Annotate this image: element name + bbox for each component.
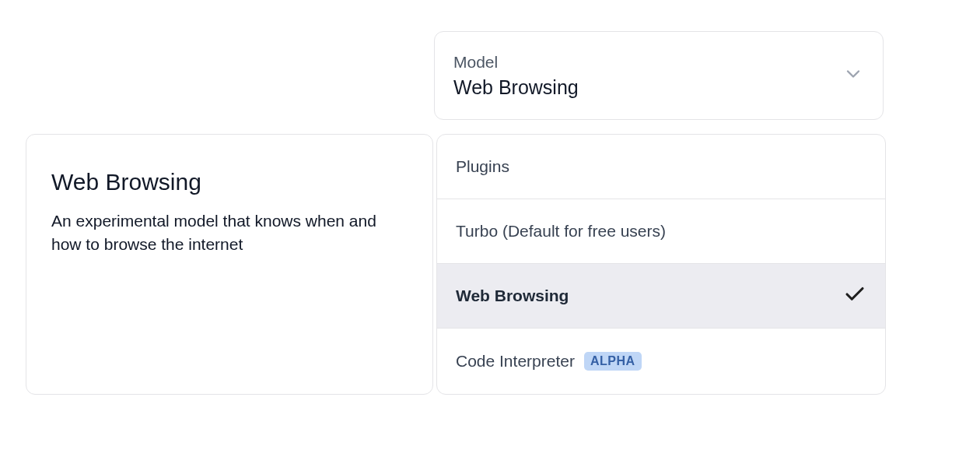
model-info-panel: Web Browsing An experimental model that … [26,134,433,395]
model-info-description: An experimental model that knows when an… [51,209,408,257]
model-selector[interactable]: Model Web Browsing [434,31,884,120]
alpha-badge: ALPHA [584,352,642,371]
model-option-web-browsing[interactable]: Web Browsing [437,264,885,329]
model-selector-label: Model [453,53,579,72]
model-option-label: Web Browsing [456,286,569,305]
model-option-plugins[interactable]: Plugins [437,135,885,199]
model-option-label: Code Interpreter [456,352,575,371]
model-option-label: Turbo (Default for free users) [456,222,666,241]
model-option-code-interpreter[interactable]: Code Interpreter ALPHA [437,329,885,393]
model-info-title: Web Browsing [51,169,408,195]
model-dropdown-list: Plugins Turbo (Default for free users) W… [436,134,886,395]
model-option-label: Plugins [456,157,509,176]
model-selector-value: Web Browsing [453,76,579,99]
model-option-turbo[interactable]: Turbo (Default for free users) [437,199,885,264]
check-icon [843,283,866,310]
chevron-down-icon [842,63,864,88]
